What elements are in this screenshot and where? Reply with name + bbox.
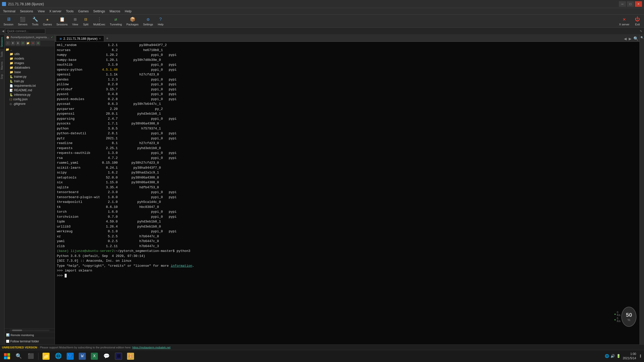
python-file-icon: 🐍 [10,75,13,78]
tunneling-button[interactable]: ⇄ Tunneling [108,15,124,27]
tree-item-train[interactable]: 🐍 train.py [5,79,55,83]
mobatek-link[interactable]: https://mobaxterm.mobatek.net [132,346,171,349]
exit-icon: ⏻ [634,16,640,22]
tree-item-trainer[interactable]: 🐍 trainer.py [5,74,55,79]
nav-back-icon[interactable]: ◀ [2,29,4,33]
tools-button[interactable]: 🔧 Tools [30,15,40,27]
tree-item-parent[interactable]: 📁 .. [5,47,55,52]
tree-item-base[interactable]: 📁 base [5,70,55,74]
sessions-icon: 📋 [59,16,65,22]
games-button[interactable]: ★ Games [42,15,53,27]
tab-close-icon[interactable]: ✕ [99,37,101,40]
menu-settings[interactable]: Settings [91,9,107,14]
session-button[interactable]: 🖥 Session [2,15,15,27]
tree-delete-button[interactable]: ✕ [31,41,35,46]
right-search-icon[interactable]: 🔍 [640,36,644,40]
terminal-line: pillow 8.2.0 pypi_0 pypi [57,82,637,87]
taskbar-explorer-button[interactable]: 📁 [41,351,52,361]
mobaxterm-icon: 🖥 [115,353,122,360]
chrome-icon: 🌐 [55,353,62,360]
search-icon[interactable]: 🔍 [632,36,639,41]
tree-item-inference[interactable]: 🐍 inference.py [5,93,55,97]
servers-button[interactable]: ⬛ Servers [16,15,29,27]
terminal-line: requests 2.25.1 pyhd3eb1b0_0 [57,146,637,151]
remote-monitoring-bar: 📊 Remote monitoring [5,332,55,338]
xserver-button[interactable]: ✕ X server [618,15,631,27]
terminal-line: rsa 4.7.2 pypi_0 pypi [57,156,637,161]
filetree-hscroll[interactable] [5,328,55,332]
terminal-line: pycosat 0.6.3 py38h7b6447c_1 [57,102,637,107]
taskbar-vscode-button[interactable]: 💙 [65,351,76,361]
vtab-snip[interactable]: Snip [0,72,4,81]
app-icon [2,2,6,6]
edit-icon[interactable]: ✎ [640,29,642,33]
menu-help[interactable]: Help [123,9,134,14]
taskbar-search-button[interactable]: 🔍 [13,351,24,361]
tree-settings-button[interactable]: ⚙ [36,41,40,46]
tree-item-dataloaders[interactable]: 📁 dataloaders [5,65,55,70]
tree-item-images[interactable]: 📁 images [5,61,55,65]
vtab-tools[interactable]: Tools [0,49,4,59]
scroll-right-icon[interactable]: ▶ [628,36,632,41]
taskbar-chrome-button[interactable]: 🌐 [53,351,64,361]
exit-button[interactable]: ⏻ Exit [633,15,642,27]
network-icon[interactable]: 🌐 [605,354,609,358]
scroll-left-icon[interactable]: ◀ [623,36,628,41]
minimize-button[interactable]: ─ [619,1,626,7]
taskbar-paint-button[interactable]: 🎨 [125,351,136,361]
show-desktop-icon[interactable]: ▐ [638,354,642,358]
toolbar-main-group: 🖥 Session ⬛ Servers 🔧 Tools ★ Games 📋 Se… [2,15,165,27]
multiexec-icon: ⋮ [96,16,102,22]
terminal-line: pyopenssl 20.0.1 pyhd3eb1b0_1 [57,111,637,116]
tree-item-config[interactable]: { } config.json [5,97,55,102]
menu-tools[interactable]: Tools [64,9,75,14]
tree-up-button[interactable]: ↑ [6,41,10,46]
menu-games[interactable]: Games [76,9,91,14]
quick-connect-input[interactable] [5,29,45,34]
tree-upload-button[interactable]: ⬆ [11,41,15,46]
close-button[interactable]: ✕ [635,1,642,7]
terminal-line: pycparser 2.20 py_2 [57,107,637,112]
tree-item-gitignore[interactable]: ◎ .gitignore [5,102,55,106]
split-button[interactable]: ⊟ Split [81,15,90,27]
windows-logo-icon [4,353,10,359]
terminal-line: oauthlib 3.1.0 pypi_0 pypi [57,62,637,67]
maximize-button[interactable]: □ [627,1,634,7]
taskbar-mobaxterm-button[interactable]: 🖥 [113,351,124,361]
taskbar-excel-button[interactable]: X [89,351,100,361]
settings-button[interactable]: ⚙ Settings [142,15,155,27]
sessions-button[interactable]: 📋 Sessions [55,15,69,27]
menu-terminal[interactable]: Terminal [1,9,17,14]
menu-view[interactable]: View [36,9,47,14]
menu-macros[interactable]: Macros [107,9,122,14]
tree-item-readme[interactable]: 📝 README.md [5,88,55,93]
battery-icon[interactable]: 🔋 [616,354,621,358]
start-button[interactable] [2,351,12,361]
tree-newfolder-button[interactable]: 📁 [26,41,30,46]
tree-download-button[interactable]: ⬇ [16,41,20,46]
multiexec-button[interactable]: ⋮ MultiExec [92,15,107,27]
tab-add-button[interactable]: + [104,35,110,41]
taskbar-wechat-button[interactable]: 💬 [101,351,112,361]
packages-button[interactable]: 📦 Packages [125,15,140,27]
terminal-tab[interactable]: 🖥 2. 211.71.78.188 (lijunze) ✕ [56,35,104,41]
volume-icon[interactable]: 🔊 [611,354,615,358]
menu-xserver[interactable]: X server [47,9,63,14]
vtab-sessions[interactable]: Sessions [0,35,4,49]
taskbar-word-button[interactable]: W [77,351,88,361]
taskbar-clock[interactable]: 1:00 2021/5/14 [623,352,636,360]
xserver-label: X server [619,23,629,26]
view-button[interactable]: ⊞ View [71,15,80,27]
tree-item-models[interactable]: 📁 models [5,56,55,61]
file-name: .gitignore [13,102,25,106]
tree-item-requirements[interactable]: 📄 requirements.txt [5,83,55,88]
menu-sessions[interactable]: Sessions [18,9,35,14]
terminal-line: pysocks 1.7.1 py38h06a4308_0 [57,121,637,126]
tree-item-utils[interactable]: 📁 utils [5,52,55,56]
taskbar-task-button[interactable]: ⬛ [25,351,36,361]
terminal-content[interactable]: mkl_random 1.2.1 py38ha9443f7_2 ncurses … [55,42,639,344]
vtab-macros[interactable]: Macros [0,59,4,72]
follow-folder-checkbox[interactable] [6,340,9,343]
help-button[interactable]: ? Help [156,15,165,27]
tree-refresh-button[interactable]: ⟳ [21,41,25,46]
